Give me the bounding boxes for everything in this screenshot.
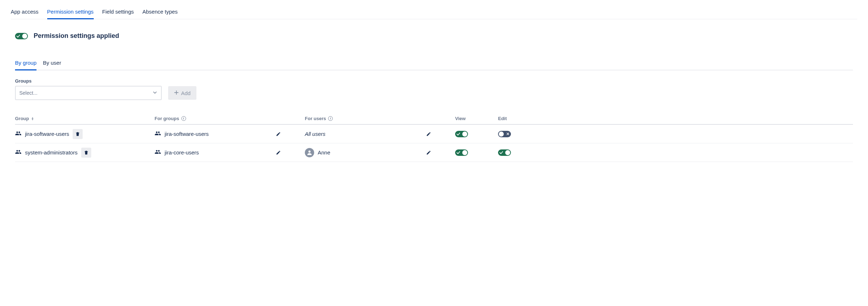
- info-icon[interactable]: i: [328, 116, 333, 121]
- tab-field-settings[interactable]: Field settings: [102, 9, 134, 19]
- cell-for-groups: jira-core-users: [155, 148, 305, 158]
- delete-button[interactable]: [73, 129, 83, 139]
- for-users-value: Anne: [318, 149, 330, 156]
- header-for-groups-label: For groups: [155, 116, 179, 121]
- check-icon: [457, 151, 460, 154]
- cell-for-users: All users: [305, 129, 455, 139]
- svg-point-0: [308, 150, 311, 153]
- edit-for-groups-button[interactable]: [273, 148, 283, 158]
- header-view: View: [455, 116, 498, 121]
- tab-by-user[interactable]: By user: [43, 60, 61, 70]
- cell-for-groups: jira-software-users: [155, 129, 305, 139]
- edit-for-groups-button[interactable]: [273, 129, 283, 139]
- header-group-label: Group: [15, 116, 29, 121]
- header-for-users: For users i: [305, 116, 455, 121]
- tab-by-group[interactable]: By group: [15, 60, 36, 70]
- table-row: jira-software-users jira-software-users: [15, 125, 853, 143]
- edit-toggle[interactable]: [498, 149, 511, 156]
- tab-absence-types[interactable]: Absence types: [142, 9, 177, 19]
- users-icon: [155, 149, 161, 156]
- for-groups-value: jira-core-users: [165, 149, 199, 156]
- top-tabs: App access Permission settings Field set…: [11, 0, 857, 19]
- cell-edit: [498, 149, 541, 156]
- edit-toggle[interactable]: [498, 131, 511, 137]
- view-toggle[interactable]: [455, 131, 468, 137]
- check-icon: [499, 151, 503, 154]
- add-button[interactable]: Add: [168, 86, 196, 100]
- applied-label: Permission settings applied: [34, 32, 119, 40]
- for-groups-value: jira-software-users: [165, 131, 209, 137]
- cell-group: system-administrators: [15, 148, 155, 158]
- group-name: system-administrators: [25, 149, 78, 156]
- check-icon: [16, 34, 20, 38]
- chevron-down-icon: [152, 90, 157, 96]
- plus-icon: [174, 90, 179, 96]
- header-for-groups: For groups i: [155, 116, 305, 121]
- toggle-knob: [505, 150, 510, 155]
- sort-icon: ▲▼: [31, 117, 34, 120]
- edit-for-users-button[interactable]: [424, 129, 434, 139]
- toggle-knob: [462, 132, 467, 137]
- avatar: [305, 148, 314, 157]
- x-icon: [506, 132, 509, 136]
- cell-view: [455, 131, 498, 137]
- header-for-users-label: For users: [305, 116, 326, 121]
- cell-view: [455, 149, 498, 156]
- group-name: jira-software-users: [25, 131, 69, 137]
- check-icon: [457, 132, 460, 136]
- header-group[interactable]: Group ▲▼: [15, 116, 155, 121]
- users-icon: [155, 130, 161, 138]
- users-icon: [15, 149, 21, 156]
- groups-label: Groups: [15, 78, 853, 84]
- for-users-value: All users: [305, 131, 326, 137]
- cell-edit: [498, 131, 541, 137]
- cell-for-users: Anne: [305, 148, 455, 158]
- edit-for-users-button[interactable]: [424, 148, 434, 158]
- applied-row: Permission settings applied: [15, 32, 857, 40]
- groups-select[interactable]: Select...: [15, 86, 162, 100]
- permissions-table: Group ▲▼ For groups i For users i View E…: [15, 116, 853, 162]
- table-header: Group ▲▼ For groups i For users i View E…: [15, 116, 853, 125]
- toggle-knob: [462, 150, 467, 155]
- toggle-knob: [22, 34, 27, 39]
- delete-button[interactable]: [81, 148, 91, 158]
- table-row: system-administrators jira-core-users: [15, 143, 853, 162]
- tab-app-access[interactable]: App access: [11, 9, 39, 19]
- view-toggle[interactable]: [455, 149, 468, 156]
- sub-tabs: By group By user: [15, 60, 853, 70]
- groups-section: Groups Select... Add: [15, 78, 853, 100]
- groups-select-placeholder: Select...: [19, 90, 38, 96]
- add-label: Add: [181, 90, 191, 96]
- toggle-knob: [499, 132, 504, 137]
- tab-permission-settings[interactable]: Permission settings: [47, 9, 94, 19]
- permission-applied-toggle[interactable]: [15, 33, 28, 39]
- users-icon: [15, 130, 21, 138]
- header-edit: Edit: [498, 116, 541, 121]
- info-icon[interactable]: i: [181, 116, 186, 121]
- cell-group: jira-software-users: [15, 129, 155, 139]
